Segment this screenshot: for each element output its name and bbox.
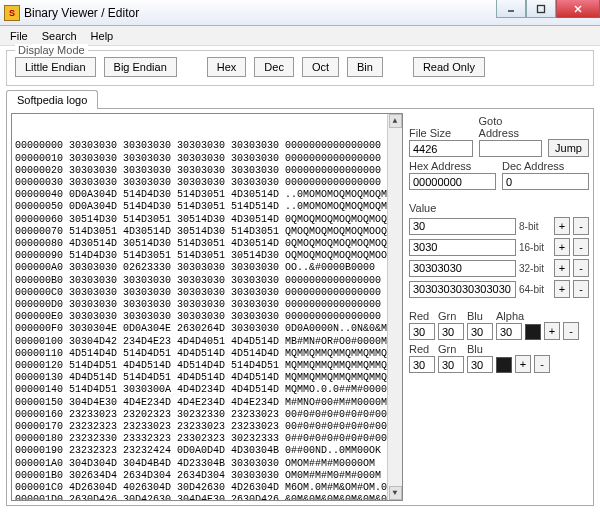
rgba-grn[interactable] [438,323,464,340]
inc-64bit[interactable]: + [554,280,570,298]
red-label: Red [409,310,435,322]
window-title: Binary Viewer / Editor [24,6,139,20]
grn-label: Grn [438,310,464,322]
rgba-blu[interactable] [467,323,493,340]
display-mode-group: Display Mode Little Endian Big Endian He… [6,50,594,86]
file-tab[interactable]: Softpedia logo [6,90,98,109]
value-label: Value [409,202,589,214]
hexaddr-field[interactable] [409,173,496,190]
close-button[interactable] [556,0,600,18]
red2-label: Red [409,343,435,355]
dec-8bit[interactable]: - [573,217,589,235]
dec-rgba[interactable]: - [563,322,579,340]
rgba-swatch [525,324,541,340]
little-endian-button[interactable]: Little Endian [15,57,96,77]
goto-label: Goto Address [479,115,543,139]
blu2-label: Blu [467,343,493,355]
dec-button[interactable]: Dec [254,57,294,77]
side-panel: File Size Goto Address Jump Hex Address … [409,113,589,501]
dec-16bit[interactable]: - [573,238,589,256]
hex-button[interactable]: Hex [207,57,247,77]
menu-file[interactable]: File [4,28,34,44]
label-32bit: 32-bit [519,263,551,274]
bin-button[interactable]: Bin [347,57,383,77]
label-16bit: 16-bit [519,242,551,253]
value-16bit[interactable] [409,239,516,256]
rgba-red[interactable] [409,323,435,340]
rgba-alpha[interactable] [496,323,522,340]
title-bar: S Binary Viewer / Editor [0,0,600,26]
grn2-label: Grn [438,343,464,355]
display-mode-legend: Display Mode [15,44,88,56]
filesize-label: File Size [409,127,473,139]
scroll-down-icon[interactable]: ▼ [389,486,402,500]
dec-rgb[interactable]: - [534,355,550,373]
main-panel: 00000000 30303030 30303030 30303030 3030… [6,108,594,506]
oct-button[interactable]: Oct [302,57,339,77]
rgb-red[interactable] [409,356,435,373]
big-endian-button[interactable]: Big Endian [104,57,177,77]
svg-rect-1 [538,5,545,12]
hexaddr-label: Hex Address [409,160,496,172]
inc-32bit[interactable]: + [554,259,570,277]
inc-16bit[interactable]: + [554,238,570,256]
dec-32bit[interactable]: - [573,259,589,277]
decaddr-field[interactable] [502,173,589,190]
jump-button[interactable]: Jump [548,139,589,157]
value-8bit[interactable] [409,218,516,235]
inc-rgb[interactable]: + [515,355,531,373]
readonly-button[interactable]: Read Only [413,57,485,77]
blu-label: Blu [467,310,493,322]
minimize-button[interactable] [496,0,526,18]
filesize-field[interactable] [409,140,473,157]
menu-search[interactable]: Search [36,28,83,44]
goto-field[interactable] [479,140,543,157]
scrollbar[interactable]: ▲ ▼ [387,114,402,500]
alpha-label: Alpha [496,310,522,322]
inc-8bit[interactable]: + [554,217,570,235]
decaddr-label: Dec Address [502,160,589,172]
rgb-swatch [496,357,512,373]
scroll-up-icon[interactable]: ▲ [389,114,402,128]
inc-rgba[interactable]: + [544,322,560,340]
menu-help[interactable]: Help [85,28,120,44]
rgb-blu[interactable] [467,356,493,373]
label-64bit: 64-bit [519,284,551,295]
value-64bit[interactable] [409,281,516,298]
maximize-button[interactable] [526,0,556,18]
dec-64bit[interactable]: - [573,280,589,298]
window-controls [496,0,600,18]
hex-view[interactable]: 00000000 30303030 30303030 30303030 3030… [11,113,403,501]
value-32bit[interactable] [409,260,516,277]
menu-bar: File Search Help [0,26,600,46]
label-8bit: 8-bit [519,221,551,232]
app-icon: S [4,5,20,21]
rgb-grn[interactable] [438,356,464,373]
